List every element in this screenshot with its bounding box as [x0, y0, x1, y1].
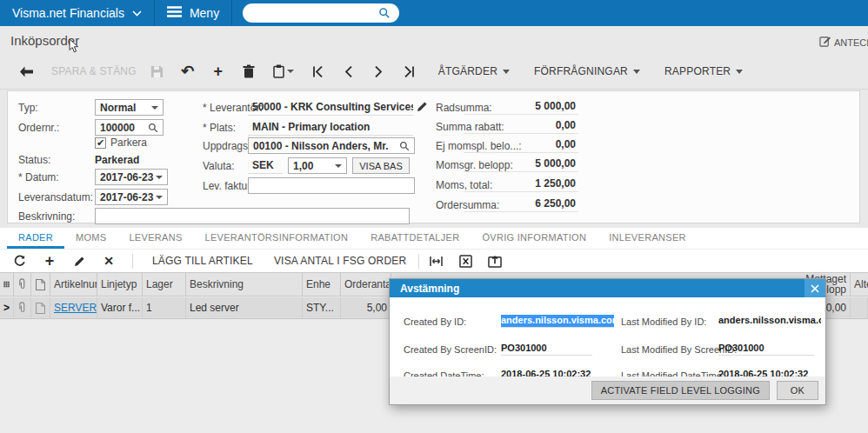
valuta-code-field[interactable]: SEK: [248, 157, 283, 174]
parkera-checkbox[interactable]: ✔ Parkera: [95, 137, 147, 149]
fit-width-icon[interactable]: [428, 256, 444, 267]
search-icon[interactable]: [378, 7, 391, 19]
actions-menu[interactable]: ÅTGÄRDER: [438, 65, 510, 77]
valuta-label: Valuta:: [203, 160, 234, 172]
attachments-column-icon[interactable]: [14, 273, 31, 296]
detail-tabs: RADER MOMS LEVERANS LEVERANTÖRSINFORMATI…: [0, 228, 868, 250]
plats-value: MAIN - Primary location: [252, 121, 370, 133]
created-by-screenid-value[interactable]: PO301000: [501, 343, 592, 356]
artikelnr-link[interactable]: SERVER: [54, 302, 97, 314]
app-switcher[interactable]: Visma.net Financials: [0, 0, 155, 26]
clipboard-caret-icon: [287, 70, 294, 73]
export-excel-icon[interactable]: [457, 255, 473, 268]
plats-field[interactable]: MAIN - Primary location: [248, 119, 413, 136]
row-note-icon[interactable]: [31, 297, 50, 318]
visa-bas-button[interactable]: VISA BAS: [352, 157, 410, 174]
last-record-icon[interactable]: [401, 66, 418, 77]
reports-menu[interactable]: RAPPORTER: [664, 65, 743, 77]
col-header-beskrivning[interactable]: Beskrivning: [186, 273, 303, 296]
save-close-button[interactable]: SPARA & STÄNG: [51, 65, 137, 77]
dialog-header[interactable]: Avstämning: [390, 279, 825, 297]
notes-column-icon[interactable]: [31, 273, 50, 296]
close-icon[interactable]: [805, 279, 825, 297]
datum-value: 2017-06-23: [100, 171, 153, 183]
beskrivning-input[interactable]: [95, 208, 410, 224]
dialog-title: Avstämning: [390, 283, 459, 295]
uppdragsagare-field[interactable]: 00100 - Nilsson Anders, Mr.: [248, 137, 415, 154]
typ-select[interactable]: Normal: [95, 99, 164, 116]
col-header-enhet[interactable]: Enhe: [303, 273, 341, 296]
edit-leverantor-icon[interactable]: [417, 101, 428, 112]
add-record-icon[interactable]: +: [210, 63, 227, 81]
tab-moms[interactable]: MOMS: [64, 228, 117, 249]
next-record-icon[interactable]: [371, 66, 388, 77]
note-icon: [819, 36, 831, 49]
tab-inleveranser[interactable]: INLEVERANSER: [598, 228, 698, 249]
tab-rader[interactable]: RADER: [7, 228, 64, 249]
tab-rabattdetaljer[interactable]: RABATTDETALJER: [359, 228, 471, 249]
last-modified-by-id-value[interactable]: anders.nilsson.visma.com: [718, 315, 821, 327]
global-search: [243, 0, 391, 26]
clipboard-menu-icon[interactable]: [270, 64, 297, 78]
previous-record-icon[interactable]: [340, 66, 357, 77]
import-icon[interactable]: [487, 255, 503, 268]
row-attachment-icon[interactable]: [14, 297, 31, 318]
edit-row-icon[interactable]: [71, 256, 87, 267]
order-form-panel: Typ: Normal Ordernr.: 100000 ✔ Parkera S…: [7, 90, 860, 223]
notes-button[interactable]: ANTECKNINGAR: [819, 36, 868, 49]
leverantor-field[interactable]: 50000 - KRK Consulting Services: [248, 99, 413, 116]
checkbox-check-icon: ✔: [95, 137, 106, 149]
grid-settings-icon[interactable]: [0, 273, 14, 296]
col-header-alte[interactable]: Alte: [851, 273, 868, 296]
parkera-label: Parkera: [110, 137, 147, 149]
col-header-artikelnr[interactable]: Artikelnur: [50, 273, 97, 296]
inquiries-menu[interactable]: FÖRFRÅGNINGAR: [534, 65, 640, 77]
row-beskrivning: Led server: [186, 297, 303, 318]
back-icon[interactable]: [17, 66, 35, 77]
beskrivning-label: Beskrivning:: [18, 210, 75, 223]
created-by-id-value[interactable]: anders.nilsson.visma.com: [501, 315, 614, 328]
summa-rabatt-value: 0,00: [464, 119, 578, 134]
mouse-cursor: [69, 38, 79, 57]
status-value: Parkerad: [95, 154, 139, 166]
dialog-body: Created By ID: anders.nilsson.visma.com …: [390, 297, 825, 376]
tab-leverantorsinformation[interactable]: LEVERANTÖRSINFORMATION: [194, 228, 360, 249]
tab-leverans[interactable]: LEVERANS: [117, 228, 193, 249]
ordernr-search-icon[interactable]: [148, 123, 158, 133]
refresh-icon[interactable]: [12, 255, 28, 267]
row-orderantal: 5,00: [341, 297, 391, 318]
inquiries-menu-label: FÖRFRÅGNINGAR: [534, 65, 628, 77]
delete-icon[interactable]: [240, 64, 257, 78]
col-header-linjetyp[interactable]: Linjetyp: [97, 273, 143, 296]
last-modified-by-screenid-value[interactable]: PO301000: [718, 343, 814, 356]
delete-row-icon[interactable]: ✕: [101, 254, 117, 268]
add-row-icon[interactable]: +: [42, 252, 57, 270]
top-bar: Visma.net Financials Meny: [0, 0, 868, 26]
ok-button[interactable]: OK: [777, 381, 818, 400]
main-menu-button[interactable]: Meny: [155, 0, 232, 26]
col-header-lager[interactable]: Lager: [143, 273, 186, 296]
fakturanr-input[interactable]: [248, 177, 415, 194]
datum-caret-icon: [156, 176, 163, 179]
add-article-button[interactable]: LÄGG TILL ARTIKEL: [152, 255, 253, 267]
uppdragsagare-search-icon[interactable]: [399, 141, 410, 151]
leveransdatum-field[interactable]: 2017-06-23: [95, 189, 168, 205]
show-qty-button[interactable]: VISA ANTAL I FSG ORDER: [274, 255, 406, 267]
search-input[interactable]: [243, 3, 399, 23]
datum-field[interactable]: 2017-06-23: [95, 169, 168, 185]
valuta-rate-value: 1,00: [293, 160, 313, 172]
save-icon[interactable]: [149, 65, 166, 78]
tab-ovrig-information[interactable]: ÖVRIG INFORMATION: [471, 228, 598, 249]
ordersumma-value: 6 250,00: [464, 197, 578, 212]
grid-toolbar: + ✕ LÄGG TILL ARTIKEL VISA ANTAL I FSG O…: [0, 250, 868, 272]
col-header-orderantal[interactable]: Orderantal: [341, 273, 391, 296]
activate-field-level-logging-button[interactable]: ACTIVATE FIELD LEVEL LOGGING: [591, 381, 770, 400]
ordernr-field[interactable]: 100000: [95, 119, 164, 136]
app-title: Visma.net Financials: [12, 6, 124, 20]
toolbar-divider: [418, 254, 419, 269]
undo-icon[interactable]: ↶: [179, 62, 197, 81]
first-record-icon[interactable]: [310, 66, 327, 77]
valuta-rate-select[interactable]: 1,00: [288, 157, 347, 174]
visa-bas-label: VISA BAS: [359, 161, 403, 171]
typ-caret-icon: [151, 106, 158, 110]
